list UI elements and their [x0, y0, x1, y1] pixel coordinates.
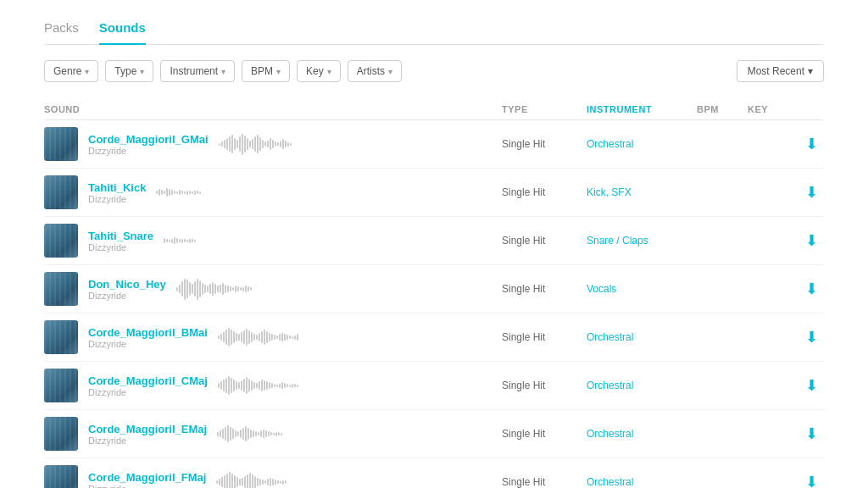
waveform-bar [255, 431, 257, 436]
waveform-bar [246, 377, 248, 394]
sound-title: Corde_MaggioriI_EMaj [88, 423, 207, 435]
table-row[interactable]: Corde_MaggioriI_EMaj Dizzyride Single Hi… [44, 410, 824, 458]
waveform-bar [217, 286, 219, 292]
table-row[interactable]: Don_Nico_Hey Dizzyride Single Hit Vocals… [44, 265, 824, 313]
table-row[interactable]: Tahiti_Snare Dizzyride Single Hit Snare … [44, 217, 824, 265]
waveform-bar [236, 333, 237, 341]
tab-sounds[interactable]: Sounds [99, 14, 146, 45]
table-row[interactable]: Corde_MaggioriI_GMai Dizzyride Single Hi… [44, 120, 824, 169]
waveform-bar [220, 334, 222, 341]
waveform-bar [252, 474, 253, 488]
waveform-bar [230, 427, 231, 441]
waveform-bar [257, 478, 259, 486]
waveform-bar [239, 136, 241, 152]
waveform-bar [294, 384, 296, 387]
waveform-bar [275, 432, 277, 436]
download-button[interactable]: ⬇ [798, 473, 824, 488]
download-button[interactable]: ⬇ [798, 231, 824, 250]
waveform-bar [179, 190, 181, 195]
chevron-down-icon: ▾ [388, 67, 392, 76]
chevron-down-icon: ▾ [221, 67, 225, 76]
filter-instrument[interactable]: Instrument ▾ [160, 60, 235, 82]
waveform-bar [281, 333, 283, 341]
sound-artist: Dizzyride [88, 435, 207, 446]
download-button[interactable]: ⬇ [798, 183, 824, 202]
waveform-bar [199, 191, 201, 194]
waveform-bar [228, 328, 230, 347]
waveform-bar [241, 380, 242, 391]
waveform-bar [225, 427, 226, 441]
waveform-bar [248, 330, 250, 344]
waveform-bar [174, 191, 175, 194]
waveform-bar [159, 189, 160, 196]
waveform-bar [176, 287, 178, 291]
download-button[interactable]: ⬇ [798, 135, 824, 153]
waveform-bar [220, 285, 221, 293]
waveform-bar [231, 135, 233, 153]
sound-info: Corde_MaggioriI_CMaj Dizzyride [44, 369, 502, 402]
sound-instrument: Orchestral [587, 331, 697, 343]
waveform-bar [231, 330, 232, 345]
waveform-bar [250, 287, 252, 291]
waveform-bar [294, 336, 296, 340]
waveform-bar [230, 286, 231, 291]
table-row[interactable]: Corde_MaggioriI_BMai Dizzyride Single Hi… [44, 313, 824, 362]
waveform-bar [214, 284, 216, 294]
waveform-bar [247, 474, 248, 488]
filter-key[interactable]: Key ▾ [297, 60, 341, 82]
sound-info: Corde_MaggioriI_EMaj Dizzyride [44, 417, 502, 451]
waveform-bar [274, 335, 275, 340]
sound-type: Single Hit [502, 331, 587, 343]
waveform [156, 180, 209, 205]
table-row[interactable]: Corde_MaggioriI_CMaj Dizzyride Single Hi… [44, 362, 824, 410]
sound-type: Single Hit [502, 235, 587, 247]
waveform-bar [243, 330, 245, 344]
sound-artist: Dizzyride [88, 484, 206, 489]
waveform-bar [254, 476, 256, 488]
waveform-bar [250, 430, 252, 438]
waveform-bar [204, 285, 206, 293]
waveform-bar [238, 334, 240, 341]
sound-info: Corde_MaggioriI_FMaj Dizzyride [44, 465, 502, 488]
waveform-bar [251, 332, 253, 342]
download-button[interactable]: ⬇ [798, 280, 824, 298]
filter-genre[interactable]: Genre ▾ [44, 60, 98, 82]
waveform [218, 324, 307, 350]
waveform-bar [268, 431, 270, 436]
tab-packs[interactable]: Packs [44, 14, 79, 45]
sound-type: Single Hit [502, 428, 587, 440]
download-button[interactable]: ⬇ [798, 376, 824, 395]
waveform-bar [248, 379, 250, 392]
sound-title: Tahiti_Kick [88, 181, 146, 194]
waveform-bar [262, 480, 264, 485]
table-row[interactable]: Corde_MaggioriI_FMaj Dizzyride Single Hi… [44, 458, 824, 488]
table-header: Sound Type Instrument BPM Key [44, 99, 824, 120]
sound-title: Corde_MaggioriI_GMai [88, 133, 209, 146]
waveform-bar [259, 479, 261, 485]
waveform-bar [164, 191, 165, 194]
sound-instrument: Orchestral [587, 138, 697, 150]
waveform-bar [276, 336, 278, 339]
waveform-bar [229, 136, 231, 152]
waveform-bar [179, 285, 181, 293]
sort-button[interactable]: Most Recent ▾ [737, 60, 824, 82]
col-header-instrument: Instrument [587, 104, 697, 114]
filter-artists[interactable]: Artists ▾ [348, 60, 402, 82]
waveform-bar [245, 286, 247, 292]
waveform-bar [233, 331, 235, 343]
sound-thumbnail [44, 465, 78, 488]
waveform-bar [292, 384, 293, 388]
filter-bpm[interactable]: BPM ▾ [242, 60, 290, 82]
waveform-bar [189, 191, 191, 194]
waveform-bar [271, 383, 273, 388]
waveform-bar [261, 331, 263, 343]
filter-type[interactable]: Type ▾ [105, 60, 153, 82]
download-button[interactable]: ⬇ [798, 328, 824, 347]
waveform-bar [266, 331, 268, 343]
waveform-bar [237, 431, 239, 436]
table-row[interactable]: Tahiti_Kick Dizzyride Single Hit Kick, S… [44, 169, 824, 217]
waveform-bar [297, 385, 298, 387]
download-button[interactable]: ⬇ [798, 424, 824, 443]
sound-artist: Dizzyride [88, 146, 209, 156]
waveform-bar [169, 240, 170, 242]
